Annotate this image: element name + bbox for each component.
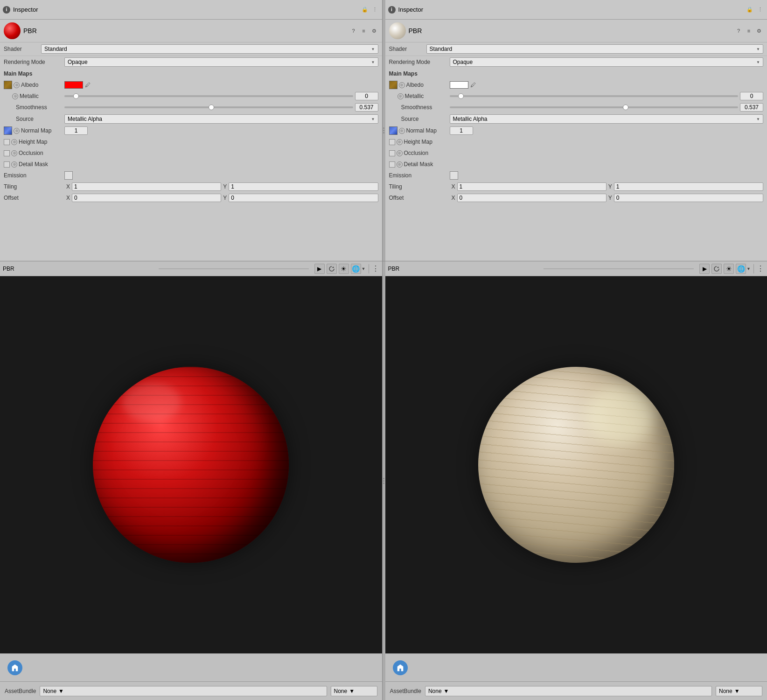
- right-occlusion-circle: ◎: [397, 150, 403, 156]
- right-smoothness-slider[interactable]: [450, 106, 739, 108]
- right-albedo-swatch[interactable]: [450, 81, 468, 89]
- left-properties: Rendering Mode Opaque ▼ Main Maps ◎ Albe…: [0, 56, 382, 261]
- left-eyedropper-icon[interactable]: 🖊: [85, 82, 91, 88]
- right-heightmap-circle: ◎: [397, 139, 403, 145]
- left-metallic-slider[interactable]: [64, 95, 353, 97]
- left-occlusion-row: ◎ Occlusion: [0, 147, 382, 159]
- left-albedo-value: 🖊: [64, 81, 378, 89]
- right-albedo-value: 🖊: [450, 81, 764, 89]
- left-smoothness-thumb[interactable]: [209, 105, 214, 110]
- right-rendering-dropdown[interactable]: Opaque ▼: [450, 57, 764, 67]
- left-metallic-value: 0: [64, 92, 378, 100]
- left-heightmap-checkbox[interactable]: [4, 139, 10, 145]
- left-blue-icon[interactable]: [7, 660, 22, 675]
- right-refresh-btn[interactable]: [711, 264, 722, 274]
- left-rendering-dropdown[interactable]: Opaque ▼: [64, 57, 378, 67]
- right-detailmask-checkbox[interactable]: [389, 161, 395, 168]
- right-source-dropdown[interactable]: Metallic Alpha ▼: [450, 114, 764, 124]
- right-more-icon[interactable]: ⋮: [756, 6, 764, 14]
- right-sun-btn[interactable]: ☀: [724, 264, 734, 274]
- left-tiling-y-input[interactable]: 1: [229, 182, 378, 191]
- right-emission-label: Emission: [389, 172, 450, 179]
- right-scene-viewport[interactable]: [385, 276, 767, 653]
- left-source-dropdown[interactable]: Metallic Alpha ▼: [64, 114, 378, 124]
- right-lock-icon[interactable]: 🔒: [746, 6, 754, 14]
- left-toolbar-more[interactable]: ⋮: [372, 264, 379, 273]
- right-normalmap-box[interactable]: 1: [450, 126, 473, 135]
- left-sun-btn[interactable]: ☀: [339, 264, 349, 274]
- left-gear-icon[interactable]: ⚙: [370, 27, 378, 35]
- left-scene-viewport[interactable]: [0, 276, 382, 653]
- left-albedo-thumb[interactable]: [4, 81, 12, 89]
- left-globe-btn[interactable]: 🌐: [351, 264, 361, 274]
- left-play-btn[interactable]: ▶: [314, 264, 325, 274]
- left-more-icon[interactable]: ⋮: [371, 6, 379, 14]
- right-offset-x-input[interactable]: 0: [457, 194, 607, 202]
- right-material-icons: ? ≡ ⚙: [734, 27, 763, 35]
- right-emission-color[interactable]: [450, 171, 458, 180]
- left-heightmap-row: ◎ Height Map: [0, 136, 382, 147]
- left-detailmask-row: ◎ Detail Mask: [0, 159, 382, 170]
- right-gear-icon[interactable]: ⚙: [755, 27, 763, 35]
- left-asset-label: AssetBundle: [5, 688, 36, 694]
- right-shader-dropdown[interactable]: Standard ▼: [426, 44, 764, 54]
- left-layers-icon[interactable]: ≡: [360, 27, 368, 35]
- left-bottom-strip: [0, 653, 382, 681]
- right-offset-y-label: Y: [608, 195, 612, 201]
- left-tiling-x-input[interactable]: 1: [72, 182, 221, 191]
- left-metallic-thumb[interactable]: [73, 93, 79, 99]
- left-offset-x-input[interactable]: 0: [72, 194, 221, 202]
- right-rendering-value: Opaque: [453, 59, 757, 65]
- right-offset-x-val: 0: [460, 195, 463, 201]
- right-occlusion-row: ◎ Occlusion: [385, 147, 767, 159]
- left-asset-dropdown1[interactable]: None ▼: [40, 686, 327, 696]
- right-occlusion-checkbox[interactable]: [389, 150, 395, 156]
- right-globe-btn-group[interactable]: 🌐 ▼: [736, 264, 751, 274]
- left-emission-color[interactable]: [64, 171, 73, 180]
- right-asset-dropdown1[interactable]: None ▼: [425, 686, 712, 696]
- left-tiling-row: Tiling X 1 Y 1: [0, 181, 382, 192]
- left-metallic-label-group: ◎ Metallic: [4, 93, 64, 99]
- right-rendering-mode-row: Rendering Mode Opaque ▼: [385, 56, 767, 68]
- right-globe-btn[interactable]: 🌐: [736, 264, 746, 274]
- left-smoothness-slider[interactable]: [64, 106, 353, 108]
- right-smoothness-thumb[interactable]: [623, 105, 628, 110]
- right-smoothness-value: 0.537: [450, 103, 764, 112]
- left-occlusion-checkbox[interactable]: [4, 150, 10, 156]
- right-normalmap-thumb[interactable]: [389, 126, 397, 135]
- left-heightmap-label-group: ◎ Height Map: [4, 139, 64, 145]
- left-shader-dropdown[interactable]: Standard ▼: [41, 44, 378, 54]
- right-heightmap-checkbox[interactable]: [389, 139, 395, 145]
- right-tiling-y-input[interactable]: 1: [614, 182, 763, 191]
- right-asset-dropdown2[interactable]: None ▼: [716, 686, 762, 696]
- left-smoothness-box[interactable]: 0.537: [355, 103, 378, 112]
- right-help-icon[interactable]: ?: [734, 27, 743, 35]
- right-play-btn[interactable]: ▶: [699, 264, 710, 274]
- left-shader-arrow: ▼: [371, 47, 375, 51]
- left-albedo-swatch[interactable]: [64, 81, 83, 89]
- right-blue-icon[interactable]: [393, 660, 408, 675]
- right-layers-icon[interactable]: ≡: [745, 27, 753, 35]
- left-detailmask-checkbox[interactable]: [4, 161, 10, 168]
- right-albedo-thumb[interactable]: [389, 81, 397, 89]
- left-globe-btn-group[interactable]: 🌐 ▼: [351, 264, 366, 274]
- right-metallic-thumb[interactable]: [458, 93, 464, 99]
- left-normalmap-box[interactable]: 1: [64, 126, 88, 135]
- left-offset-y-input[interactable]: 0: [229, 194, 378, 202]
- right-offset-y-input[interactable]: 0: [614, 194, 763, 202]
- right-globe-arrow: ▼: [746, 266, 751, 271]
- right-offset-x-label: X: [452, 195, 455, 201]
- right-smoothness-box[interactable]: 0.537: [740, 103, 763, 112]
- left-help-icon[interactable]: ?: [349, 27, 358, 35]
- right-metallic-box[interactable]: 0: [740, 92, 763, 100]
- right-metallic-slider[interactable]: [450, 95, 739, 97]
- right-tiling-x-input[interactable]: 1: [457, 182, 607, 191]
- left-refresh-btn[interactable]: [327, 264, 337, 274]
- left-asset-dropdown2[interactable]: None ▼: [331, 686, 377, 696]
- left-normalmap-thumb[interactable]: [4, 126, 12, 135]
- right-toolbar-more[interactable]: ⋮: [757, 264, 764, 273]
- left-lock-icon[interactable]: 🔒: [361, 6, 369, 14]
- left-metallic-box[interactable]: 0: [355, 92, 378, 100]
- right-albedo-text: Albedo: [406, 82, 424, 88]
- right-eyedropper-icon[interactable]: 🖊: [470, 82, 476, 88]
